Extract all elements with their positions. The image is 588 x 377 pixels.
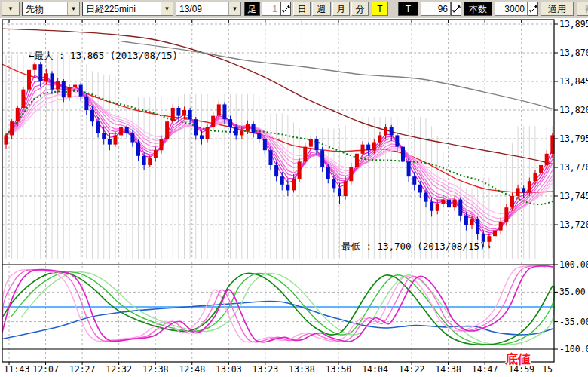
y-axis-label: 35.00 bbox=[559, 287, 586, 297]
total-bars-input[interactable]: 3000 bbox=[495, 2, 528, 16]
time-axis-label: 14:47 bbox=[472, 364, 498, 375]
annotation-max: ←最大 : 13,865 (2013/08/15) bbox=[29, 50, 178, 61]
chevron-down-icon[interactable]: ▼ bbox=[2, 2, 19, 15]
tick-toggle-button[interactable]: T bbox=[372, 2, 388, 16]
contract-month-value: 13/09 bbox=[176, 2, 228, 15]
interval-spinner[interactable] bbox=[280, 2, 291, 16]
market-select-value: 先物 bbox=[23, 2, 67, 15]
y-axis-label: 13,795 bbox=[559, 133, 588, 144]
time-axis-label: 12:07 bbox=[32, 364, 59, 375]
market-select[interactable]: 先物 ▼ bbox=[22, 2, 80, 16]
period-day-button[interactable]: 日 bbox=[293, 2, 311, 16]
visible-bars-spinner[interactable] bbox=[451, 2, 461, 16]
time-axis-label: 11:43 bbox=[4, 364, 30, 375]
spin-diagonal-icon bbox=[452, 4, 461, 14]
chevron-down-icon[interactable]: ▼ bbox=[228, 2, 240, 15]
interval-input[interactable]: 1 bbox=[262, 2, 280, 16]
time-axis-label: 12:48 bbox=[179, 364, 205, 375]
mini-dropdown[interactable]: ▼ bbox=[2, 2, 20, 16]
annotation-min: 最低 : 13,700 (2013/08/15)→ bbox=[341, 241, 492, 252]
time-axis-label: 13:23 bbox=[253, 364, 279, 375]
period-minute-button[interactable]: 分 bbox=[351, 2, 369, 16]
total-bars-spinner[interactable] bbox=[528, 2, 538, 16]
toolbar: ▼ 先物 ▼ 日経225mini ▼ 13/09 ▼ 足 1 日 週 月 分 T… bbox=[0, 0, 588, 19]
y-axis-label: 13,745 bbox=[559, 191, 588, 201]
period-week-button[interactable]: 週 bbox=[312, 2, 331, 16]
multi-symbol-button[interactable]: 複数銘柄 bbox=[577, 2, 588, 16]
y-axis-label: 13,820 bbox=[559, 105, 588, 115]
spin-diagonal-icon bbox=[282, 4, 290, 14]
time-axis-label: 13:03 bbox=[216, 364, 242, 375]
time-axis-label: 13:38 bbox=[289, 364, 315, 375]
time-axis-label: 14:38 bbox=[435, 364, 461, 375]
visible-bars-input[interactable]: 96 bbox=[421, 2, 451, 16]
spin-diagonal-icon bbox=[529, 4, 537, 14]
symbol-select-value: 日経225mini bbox=[83, 2, 161, 15]
annotation-bottom-price: 底値 bbox=[504, 351, 531, 366]
chevron-down-icon[interactable]: ▼ bbox=[161, 2, 173, 15]
apply-button[interactable]: 適用 bbox=[541, 2, 574, 16]
ashi-label: 足 bbox=[244, 2, 260, 16]
y-axis-label: -100.0 bbox=[559, 344, 588, 354]
y-axis-label: -35.00 bbox=[559, 317, 588, 327]
y-axis-label: 13,845 bbox=[559, 76, 588, 87]
time-axis-label: 12:32 bbox=[106, 364, 132, 375]
y-axis-label: 13,895 bbox=[559, 19, 588, 29]
y-axis-label: 100.00 bbox=[559, 259, 588, 270]
time-axis-label: 13:50 bbox=[326, 364, 352, 375]
honsu-label: 本数 bbox=[464, 2, 492, 16]
t-mode-label[interactable]: T bbox=[398, 2, 418, 16]
symbol-select[interactable]: 日経225mini ▼ bbox=[82, 2, 173, 16]
chart-area[interactable]: 13,89513,87013,84513,82013,79513,77013,7… bbox=[0, 18, 588, 377]
y-axis-label: 13,770 bbox=[559, 162, 588, 173]
time-axis-label: 14:22 bbox=[399, 364, 425, 375]
contract-month-select[interactable]: 13/09 ▼ bbox=[176, 2, 241, 16]
time-axis-label: 12:27 bbox=[69, 364, 96, 375]
price-oscillator-plot[interactable]: 13,89513,87013,84513,82013,79513,77013,7… bbox=[0, 18, 588, 377]
chevron-down-icon[interactable]: ▼ bbox=[67, 2, 79, 15]
time-axis-label: 14:04 bbox=[362, 364, 388, 375]
period-month-button[interactable]: 月 bbox=[332, 2, 350, 16]
time-axis-label: 15 bbox=[542, 364, 553, 375]
time-axis-label: 12:38 bbox=[142, 364, 169, 375]
y-axis-label: 13,720 bbox=[559, 219, 588, 230]
y-axis-label: 13,870 bbox=[559, 48, 588, 58]
